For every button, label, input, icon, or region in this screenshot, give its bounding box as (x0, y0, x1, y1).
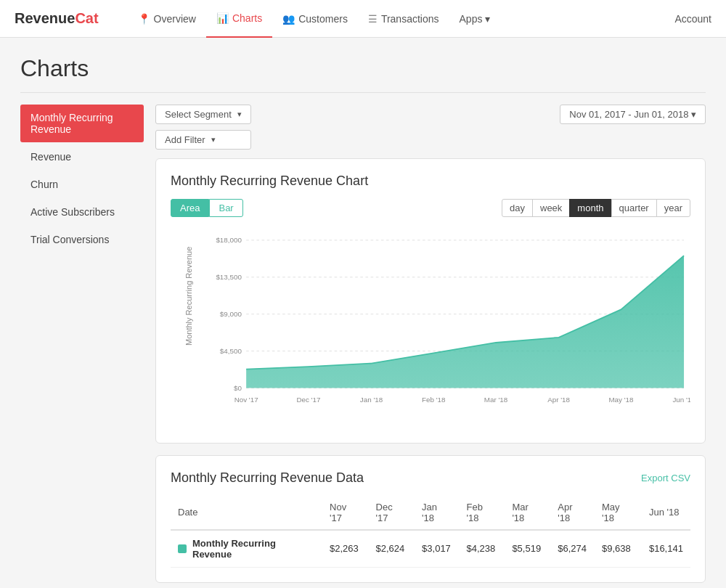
data-card-title: Monthly Recurring Revenue Data (171, 470, 364, 486)
page-content: Charts Monthly Recurring Revenue Revenue… (0, 38, 726, 588)
controls-left: Select Segment Add Filter (155, 105, 251, 150)
svg-text:Jan '18: Jan '18 (360, 396, 383, 404)
y-axis-label: Monthly Recurring Revenue (184, 309, 193, 346)
area-fill (246, 256, 684, 388)
svg-text:Mar '18: Mar '18 (484, 396, 508, 404)
chart-wrapper: Monthly Recurring Revenue $18,000 $13,50… (171, 227, 690, 428)
brand-revenue: Revenue (15, 10, 75, 26)
sidebar-item-revenue[interactable]: Revenue (20, 144, 144, 170)
data-card-header: Monthly Recurring Revenue Data Export CS… (171, 470, 690, 486)
sidebar: Monthly Recurring Revenue Revenue Churn … (20, 105, 144, 583)
svg-text:Apr '18: Apr '18 (547, 396, 570, 404)
content-area: Select Segment Add Filter Nov 01, 2017 -… (155, 105, 706, 583)
cell-apr18: $6,274 (550, 530, 595, 568)
location-icon: 📍 (138, 13, 150, 25)
col-header-feb18: Feb '18 (460, 496, 505, 530)
data-card: Monthly Recurring Revenue Data Export CS… (155, 455, 706, 583)
customers-icon: 👥 (282, 13, 295, 25)
svg-text:$18,000: $18,000 (216, 236, 242, 244)
time-btn-quarter[interactable]: quarter (611, 199, 657, 217)
mrr-chart-svg: $18,000 $13,500 $9,000 $4,500 $0 (211, 227, 690, 428)
svg-text:Jun '18: Jun '18 (672, 396, 690, 404)
nav-label-customers: Customers (298, 13, 348, 25)
sidebar-item-active-subscribers[interactable]: Active Subscribers (20, 199, 144, 225)
data-table: Date Nov '17 Dec '17 Jan '18 Feb '18 Mar… (171, 496, 690, 568)
brand[interactable]: RevenueCat (15, 10, 99, 27)
controls-row: Select Segment Add Filter Nov 01, 2017 -… (155, 105, 706, 150)
sidebar-item-trial-conversions[interactable]: Trial Conversions (20, 226, 144, 253)
col-header-dec17: Dec '17 (369, 496, 415, 530)
svg-text:Dec '17: Dec '17 (296, 396, 320, 404)
chart-type-area[interactable]: Area (171, 199, 209, 217)
col-header-date: Date (171, 496, 322, 530)
svg-text:$9,000: $9,000 (220, 310, 242, 318)
sidebar-item-mrr[interactable]: Monthly Recurring Revenue (20, 105, 144, 142)
date-range-value: Nov 01, 2017 - Jun 01, 2018 ▾ (569, 109, 696, 120)
cell-dec17: $2,624 (369, 530, 415, 568)
segment-dropdown[interactable]: Select Segment (155, 105, 251, 124)
table-header-row: Date Nov '17 Dec '17 Jan '18 Feb '18 Mar… (171, 496, 690, 530)
nav-item-charts[interactable]: 📊 Charts (206, 0, 272, 38)
main-layout: Monthly Recurring Revenue Revenue Churn … (20, 105, 706, 583)
chart-controls: Area Bar day week month quarter year (171, 199, 690, 217)
cell-may18: $9,638 (595, 530, 642, 568)
chart-type-bar[interactable]: Bar (209, 199, 242, 217)
chart-type-buttons: Area Bar (171, 199, 243, 217)
time-buttons: day week month quarter year (502, 199, 690, 217)
segment-label: Select Segment (165, 109, 232, 120)
metric-name: Monthly Recurring Revenue (192, 538, 315, 560)
nav-item-overview[interactable]: 📍 Overview (128, 0, 206, 38)
nav-label-transactions: Transactions (381, 13, 439, 25)
col-header-jan18: Jan '18 (415, 496, 459, 530)
metric-color-indicator (178, 544, 187, 553)
chart-card: Monthly Recurring Revenue Chart Area Bar… (155, 158, 706, 444)
transactions-icon: ☰ (368, 13, 378, 25)
charts-icon: 📊 (216, 12, 229, 24)
chart-title: Monthly Recurring Revenue Chart (171, 173, 690, 189)
table-row: Monthly Recurring Revenue $2,263 $2,624 … (171, 530, 690, 568)
filter-dropdown[interactable]: Add Filter (155, 130, 251, 150)
brand-cat: Cat (75, 10, 98, 26)
svg-text:Nov '17: Nov '17 (234, 396, 258, 404)
nav-item-customers[interactable]: 👥 Customers (272, 0, 358, 38)
col-header-apr18: Apr '18 (550, 496, 595, 530)
page-title: Charts (20, 55, 706, 93)
date-range-picker[interactable]: Nov 01, 2017 - Jun 01, 2018 ▾ (560, 105, 706, 124)
nav-label-overview: Overview (154, 13, 196, 25)
account-link[interactable]: Account (674, 13, 711, 25)
cell-feb18: $4,238 (460, 530, 505, 568)
metric-label: Monthly Recurring Revenue (178, 538, 315, 560)
nav-links: 📍 Overview 📊 Charts 👥 Customers ☰ Transa… (128, 0, 711, 38)
cell-nov17: $2,263 (322, 530, 369, 568)
col-header-mar18: Mar '18 (505, 496, 550, 530)
navbar: RevenueCat 📍 Overview 📊 Charts 👥 Custome… (0, 0, 726, 38)
col-header-jun18: Jun '18 (642, 496, 690, 530)
cell-mar18: $5,519 (505, 530, 550, 568)
time-btn-day[interactable]: day (502, 199, 533, 217)
nav-label-charts: Charts (232, 12, 262, 24)
svg-text:$0: $0 (234, 384, 242, 392)
filter-label: Add Filter (165, 134, 205, 145)
time-btn-year[interactable]: year (656, 199, 690, 217)
sidebar-item-churn[interactable]: Churn (20, 171, 144, 197)
col-header-may18: May '18 (595, 496, 642, 530)
cell-jan18: $3,017 (415, 530, 459, 568)
svg-text:$13,500: $13,500 (216, 273, 242, 281)
export-csv-link[interactable]: Export CSV (641, 473, 690, 483)
time-btn-week[interactable]: week (532, 199, 570, 217)
cell-jun18: $16,141 (642, 530, 690, 568)
nav-item-transactions[interactable]: ☰ Transactions (358, 0, 449, 38)
svg-text:May '18: May '18 (608, 396, 634, 404)
svg-text:Feb '18: Feb '18 (422, 396, 446, 404)
brand-text: RevenueCat (15, 10, 99, 27)
col-header-nov17: Nov '17 (322, 496, 369, 530)
svg-text:$4,500: $4,500 (220, 347, 242, 355)
nav-item-apps[interactable]: Apps ▾ (449, 0, 501, 38)
nav-label-apps: Apps ▾ (460, 13, 491, 25)
row-label-mrr: Monthly Recurring Revenue (171, 530, 322, 568)
time-btn-month[interactable]: month (569, 199, 611, 217)
